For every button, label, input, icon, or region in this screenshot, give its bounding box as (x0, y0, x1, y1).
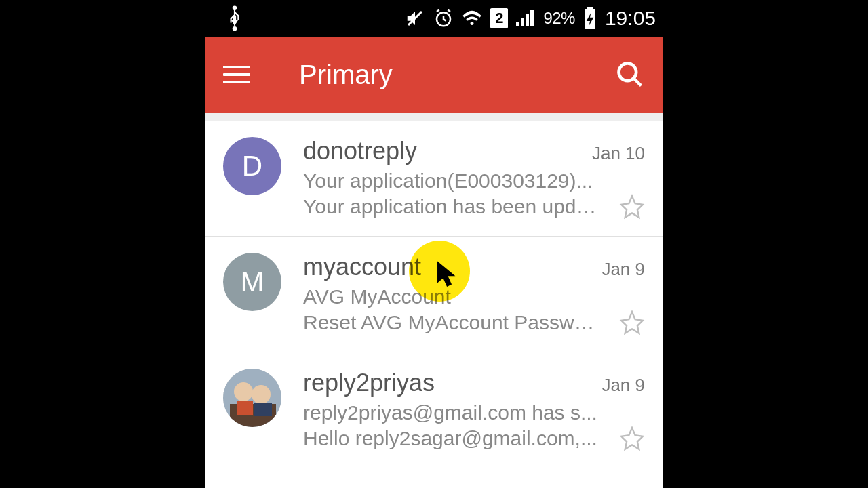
svg-point-2 (233, 26, 237, 31)
battery-charging-icon (583, 7, 597, 29)
email-body: myaccount Jan 9 AVG MyAccount Reset AVG … (303, 253, 645, 336)
svg-point-10 (234, 382, 253, 401)
email-date: Jan 9 (593, 375, 645, 396)
svg-point-7 (619, 64, 637, 81)
email-date: Jan 10 (584, 143, 645, 164)
inbox-category-title[interactable]: Primary (299, 60, 393, 90)
battery-percent: 92% (543, 9, 575, 28)
email-snippet: Hello reply2sagar@gmail.com,... (303, 427, 601, 450)
email-list[interactable]: D donotreply Jan 10 Your application(E00… (205, 121, 663, 468)
email-subject: AVG MyAccount (303, 285, 601, 308)
email-body: reply2priyas Jan 9 reply2priyas@gmail.co… (303, 369, 645, 451)
star-icon[interactable] (612, 310, 645, 336)
svg-line-8 (634, 79, 642, 86)
email-row[interactable]: M myaccount Jan 9 AVG MyAccount Reset AV… (205, 237, 663, 352)
wifi-icon (462, 9, 482, 27)
phone-screen: 2 92% 19:05 Primary (205, 0, 663, 488)
usb-icon (226, 5, 243, 32)
status-clock: 19:05 (605, 7, 656, 30)
alarm-icon (433, 8, 454, 28)
mute-icon (405, 8, 425, 28)
email-subject: Your application(E000303129)... (303, 169, 601, 192)
sender-avatar[interactable]: M (223, 253, 281, 311)
email-sender: myaccount (303, 253, 421, 281)
appbar-shadow (205, 113, 663, 121)
email-body: donotreply Jan 10 Your application(E0003… (303, 137, 645, 220)
email-row[interactable]: D donotreply Jan 10 Your application(E00… (205, 121, 663, 236)
hamburger-icon[interactable] (223, 66, 250, 83)
svg-rect-13 (237, 401, 253, 415)
app-bar: Primary (205, 37, 663, 113)
sender-avatar[interactable]: D (223, 137, 281, 195)
search-icon[interactable] (615, 60, 645, 89)
sender-avatar[interactable] (223, 369, 281, 427)
email-sender: reply2priyas (303, 369, 435, 397)
star-icon[interactable] (612, 194, 645, 220)
email-subject: reply2priyas@gmail.com has s... (303, 401, 601, 424)
sim-slot-badge: 2 (490, 8, 508, 28)
email-row[interactable]: reply2priyas Jan 9 reply2priyas@gmail.co… (205, 352, 663, 468)
svg-rect-6 (587, 7, 593, 10)
letterbox-frame: 2 92% 19:05 Primary (0, 0, 868, 488)
star-icon[interactable] (612, 426, 645, 451)
status-left (212, 5, 243, 32)
status-right: 2 92% 19:05 (405, 7, 656, 30)
email-sender: donotreply (303, 137, 417, 165)
email-snippet: Reset AVG MyAccount Passwor... (303, 311, 601, 334)
email-snippet: Your application has been updat... (303, 195, 601, 218)
svg-rect-14 (254, 403, 272, 416)
email-date: Jan 9 (593, 259, 645, 280)
status-bar: 2 92% 19:05 (205, 0, 663, 37)
svg-point-11 (252, 385, 271, 404)
signal-icon (516, 10, 535, 26)
